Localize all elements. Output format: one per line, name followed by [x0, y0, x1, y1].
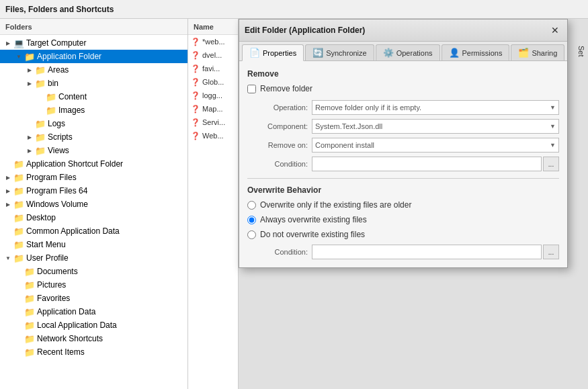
- remove-folder-label[interactable]: Remove folder: [260, 84, 312, 93]
- file-item-file-dvel[interactable]: ❓dvel...: [188, 48, 238, 62]
- tree-item-bin[interactable]: ▶📁bin: [0, 77, 187, 90]
- tree-item-scripts[interactable]: ▶📁Scripts: [0, 130, 187, 144]
- file-label-file-web2: Web...: [202, 132, 224, 140]
- tree-item-start-menu[interactable]: 📁Start Menu: [0, 238, 187, 251]
- tree-item-pictures[interactable]: 📁Pictures: [0, 278, 187, 292]
- expand-icon-areas[interactable]: ▶: [24, 64, 35, 75]
- tree-item-logs[interactable]: 📁Logs: [0, 117, 187, 130]
- tab-sharing[interactable]: 🗂️Sharing: [511, 44, 564, 60]
- expand-icon-scripts[interactable]: ▶: [24, 132, 35, 142]
- tab-permissions[interactable]: 👤Permissions: [442, 44, 510, 60]
- tree-item-windows-volume[interactable]: ▶📁Windows Volume: [0, 198, 187, 211]
- expand-icon-target-computer[interactable]: ▶: [3, 38, 13, 48]
- tree-item-local-app-data[interactable]: 📁Local Application Data: [0, 318, 187, 332]
- tree-item-program-files[interactable]: ▶📁Program Files: [0, 171, 187, 184]
- file-item-file-glob[interactable]: ❓Glob...: [188, 75, 238, 89]
- file-item-file-map[interactable]: ❓Map...: [188, 102, 238, 116]
- tree-label-program-files-64: Program Files 64: [26, 186, 87, 196]
- expand-icon-application-data[interactable]: [13, 306, 24, 317]
- no-overwrite-label[interactable]: Do not overwrite existing files: [260, 230, 365, 239]
- expand-icon-bin[interactable]: ▶: [24, 78, 35, 89]
- expand-icon-user-profile[interactable]: ▼: [3, 253, 13, 263]
- folder-icon-program-files: 📁: [13, 172, 24, 183]
- tree-item-program-files-64[interactable]: ▶📁Program Files 64: [0, 184, 187, 198]
- file-list-panel: Name ❓*web...❓dvel...❓favi...❓Glob...❓lo…: [188, 19, 239, 389]
- file-item-file-web2[interactable]: ❓Web...: [188, 129, 238, 142]
- tab-synchronize[interactable]: 🔄Synchronize: [305, 44, 374, 60]
- expand-icon-start-menu[interactable]: [3, 239, 13, 250]
- component-select[interactable]: System.Text.Json.dll ▼: [312, 119, 559, 134]
- always-overwrite-radio[interactable]: [247, 216, 256, 224]
- remove-folder-row: Remove folder: [247, 84, 559, 93]
- folder-icon-application-data: 📁: [24, 306, 35, 317]
- tree-label-views: Views: [48, 146, 69, 155]
- overwrite-older-radio[interactable]: [247, 201, 256, 210]
- tree-item-favorites[interactable]: 📁Favorites: [0, 292, 187, 305]
- tree-item-application-folder[interactable]: ▼📁Application Folder: [0, 50, 187, 63]
- expand-icon-program-files[interactable]: ▶: [3, 172, 13, 183]
- expand-icon-program-files-64[interactable]: ▶: [3, 185, 13, 196]
- tree-item-desktop[interactable]: 📁Desktop: [0, 211, 187, 224]
- title-bar: Files, Folders and Shortcuts: [0, 0, 588, 19]
- file-item-file-favi[interactable]: ❓favi...: [188, 62, 238, 75]
- expand-icon-recent-items[interactable]: [13, 347, 24, 357]
- no-overwrite-radio[interactable]: [247, 230, 256, 239]
- expand-icon-desktop[interactable]: [3, 212, 13, 223]
- tree-item-user-profile[interactable]: ▼📁User Profile: [0, 251, 187, 265]
- file-item-file-serv[interactable]: ❓Servi...: [188, 116, 238, 129]
- tree-item-documents[interactable]: 📁Documents: [0, 265, 187, 278]
- tree-item-target-computer[interactable]: ▶💻Target Computer: [0, 36, 187, 50]
- tree-item-network-shortcuts[interactable]: 📁Network Shortcuts: [0, 332, 187, 345]
- folder-icon-recent-items: 📁: [24, 347, 35, 357]
- tree-item-areas[interactable]: ▶📁Areas: [0, 63, 187, 77]
- always-overwrite-label[interactable]: Always overwrite existing files: [260, 215, 367, 224]
- tree-item-app-shortcut-folder[interactable]: 📁Application Shortcut Folder: [0, 157, 187, 171]
- tab-properties[interactable]: 📄Properties: [242, 44, 304, 61]
- folder-icon-program-files-64: 📁: [13, 185, 24, 196]
- operation-value: Remove folder only if it is empty.: [315, 103, 421, 112]
- overwrite-older-label[interactable]: Overwrite only if the existing files are…: [260, 200, 411, 210]
- tree-item-views[interactable]: ▶📁Views: [0, 144, 187, 157]
- expand-icon-network-shortcuts[interactable]: [13, 333, 24, 344]
- remove-folder-checkbox[interactable]: [247, 85, 256, 93]
- file-label-file-glob: Glob...: [202, 78, 224, 86]
- expand-icon-content[interactable]: [35, 91, 46, 102]
- tree-label-network-shortcuts: Network Shortcuts: [37, 334, 103, 343]
- expand-icon-logs[interactable]: [24, 118, 35, 129]
- tree-item-recent-items[interactable]: 📁Recent Items: [0, 345, 187, 359]
- folder-icon-scripts: 📁: [35, 132, 46, 142]
- tree-label-documents: Documents: [37, 267, 78, 276]
- overwrite-condition-label: Condition:: [247, 248, 308, 256]
- file-label-file-serv: Servi...: [202, 118, 225, 126]
- expand-icon-windows-volume[interactable]: ▶: [3, 199, 13, 210]
- folder-icon-start-menu: 📁: [13, 239, 24, 250]
- overwrite-condition-input[interactable]: [312, 245, 542, 259]
- tree-item-content[interactable]: 📁Content: [0, 90, 187, 103]
- tree-item-images[interactable]: 📁Images: [0, 103, 187, 117]
- file-item-file-logg[interactable]: ❓logg...: [188, 89, 238, 102]
- modal-close-button[interactable]: ✕: [548, 24, 562, 37]
- tree-item-application-data[interactable]: 📁Application Data: [0, 305, 187, 318]
- tab-operations[interactable]: ⚙️Operations: [376, 44, 440, 60]
- expand-icon-app-shortcut-folder[interactable]: [3, 159, 13, 169]
- expand-icon-local-app-data[interactable]: [13, 320, 24, 331]
- tree-item-common-app-data[interactable]: 📁Common Application Data: [0, 224, 187, 238]
- remove-condition-input[interactable]: [312, 157, 542, 171]
- file-label-file-favi: favi...: [202, 64, 220, 73]
- expand-icon-views[interactable]: ▶: [24, 145, 35, 156]
- operation-select[interactable]: Remove folder only if it is empty. ▼: [312, 100, 559, 115]
- overwrite-condition-btn[interactable]: ...: [543, 245, 559, 259]
- expand-icon-pictures[interactable]: [13, 279, 24, 290]
- expand-icon-images[interactable]: [35, 105, 46, 116]
- folder-icon-areas: 📁: [35, 64, 46, 75]
- file-list: ❓*web...❓dvel...❓favi...❓Glob...❓logg...…: [188, 35, 238, 142]
- remove-condition-btn[interactable]: ...: [543, 157, 559, 171]
- remove-on-select[interactable]: Component install ▼: [312, 138, 559, 153]
- file-item-file-web1[interactable]: ❓*web...: [188, 35, 238, 48]
- expand-icon-common-app-data[interactable]: [3, 226, 13, 236]
- expand-icon-favorites[interactable]: [13, 293, 24, 304]
- expand-icon-documents[interactable]: [13, 266, 24, 277]
- tab-icon-operations: ⚙️: [383, 48, 394, 58]
- expand-icon-application-folder[interactable]: ▼: [13, 51, 24, 62]
- operation-row: Operation: Remove folder only if it is e…: [247, 100, 559, 115]
